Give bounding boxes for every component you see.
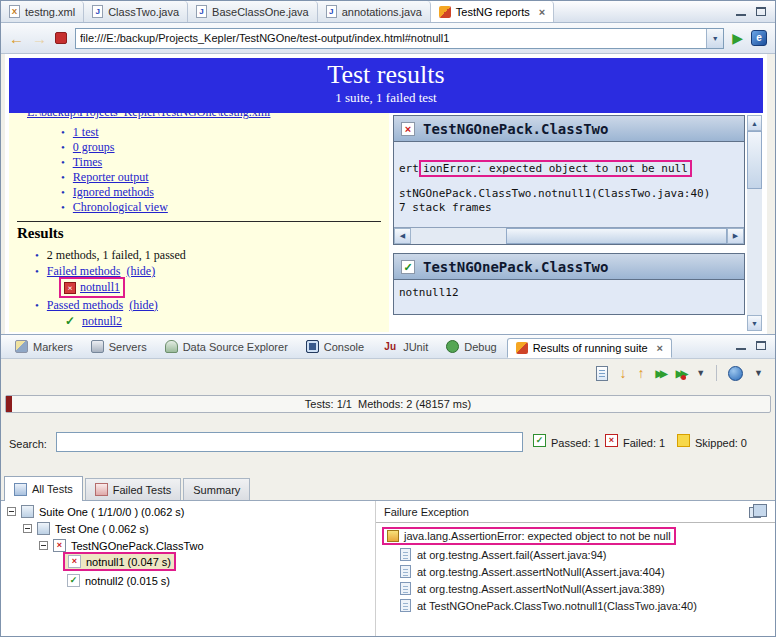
scroll-thumb[interactable] [747,131,762,189]
nav-row: 1 test [61,125,99,140]
tab-testng-reports[interactable]: TestNG reports [431,1,554,22]
bullet-icon [61,141,65,153]
tab-markers[interactable]: Markers [7,337,81,356]
previous-failure-icon[interactable] [637,366,644,380]
tree-row-failed-method[interactable]: notnull1 (0.047 s) [63,553,176,570]
tree-row-suite[interactable]: Suite One ( 1/1/0/0 ) (0.062 s) [7,503,185,520]
exception-prefix: ert [399,162,419,175]
tab-label: ClassTwo.java [108,6,179,18]
back-button[interactable] [9,31,24,46]
rerun-dropdown-icon[interactable] [696,368,705,378]
stack-frames-line[interactable]: 7 stack frames [399,201,739,214]
minimize-icon[interactable] [735,6,747,17]
tab-testng-xml[interactable]: testng.xml [1,1,84,22]
failed-class-panel: TestNGOnePack.ClassTwo ertionError: expe… [393,115,745,245]
passed-method-link[interactable]: notnull2 [82,314,122,328]
stack-text: at TestNGOnePack.ClassTwo.notnull1(Class… [417,600,697,612]
tree-label: notnull2 (0.015 s) [85,575,170,587]
stack-line[interactable]: at org.testng.Assert.fail(Assert.java:94… [400,546,607,563]
report-banner: Test results 1 suite, 1 failed test [9,58,763,113]
tab-debug[interactable]: Debug [438,337,504,356]
tab-junit[interactable]: JUnit [374,337,436,356]
passed-methods-link[interactable]: Passed methods [47,298,123,312]
vertical-scrollbar[interactable] [747,115,762,331]
stack-frame-icon [400,599,411,612]
rerun-tests-icon[interactable] [655,368,664,379]
close-tab-icon[interactable] [539,6,545,18]
tree-label: Test One ( 0.062 s) [55,523,149,535]
failed-methods-link[interactable]: Failed methods [47,264,121,278]
search-input[interactable] [56,432,523,452]
go-button[interactable] [732,31,743,45]
tab-summary[interactable]: Summary [183,478,250,500]
nav-link-ignored-methods[interactable]: Ignored methods [73,185,154,199]
scroll-track[interactable] [411,228,727,244]
scroll-left-icon[interactable] [394,228,411,244]
collapse-icon[interactable] [39,541,48,550]
stack-line[interactable]: at TestNGOnePack.ClassTwo.notnull1(Class… [400,597,697,614]
view-menu-icon[interactable] [754,368,763,378]
close-view-icon[interactable] [657,342,663,354]
tab-data-source-explorer[interactable]: Data Source Explorer [157,337,296,356]
stack-text: at org.testng.Assert.assertNotNull(Asser… [417,583,665,595]
test-progress-bar: Tests: 1/1 Methods: 2 (48157 ms) [5,395,771,413]
nav-link-groups[interactable]: 0 groups [73,140,115,154]
browser-globe-icon[interactable] [728,366,743,381]
scroll-up-icon[interactable] [747,115,762,131]
tree-row-passed-method[interactable]: notnull2 (0.015 s) [67,572,170,589]
nav-link-times[interactable]: Times [73,155,103,169]
maximize-icon[interactable] [755,340,767,351]
collapse-icon[interactable] [23,524,32,533]
nav-row: Reporter output [61,170,149,185]
nav-link-tests[interactable]: 1 test [73,125,99,139]
failure-exception-header: Failure Exception [384,506,469,518]
external-browser-icon[interactable] [751,30,767,46]
forward-button[interactable] [32,31,47,46]
hide-link[interactable]: (hide) [129,298,158,312]
tab-servers[interactable]: Servers [83,337,155,356]
tab-console[interactable]: Console [298,337,372,356]
open-report-icon[interactable] [596,366,608,381]
passed-status-icon [533,434,546,447]
nav-link-chronological-view[interactable]: Chronological view [73,200,168,214]
nav-link-reporter-output[interactable]: Reporter output [73,170,149,184]
maximize-icon[interactable] [755,6,767,17]
stop-button[interactable] [55,32,67,44]
hide-link[interactable]: (hide) [127,264,156,278]
failed-method-link[interactable]: notnull1 [80,280,120,295]
view-tab-label: Console [324,341,364,353]
tab-all-tests[interactable]: All Tests [4,476,83,501]
collapse-icon[interactable] [7,507,16,516]
scroll-down-icon[interactable] [747,315,762,331]
tab-annotations-java[interactable]: annotations.java [318,1,431,22]
editor-tab-bar: testng.xml ClassTwo.java BaseClassOne.ja… [1,1,775,23]
tab-classtwo-java[interactable]: ClassTwo.java [84,1,188,22]
minimize-icon[interactable] [735,340,747,351]
testng-reports-icon [439,6,451,18]
scroll-thumb[interactable] [506,228,727,244]
tab-failed-tests[interactable]: Failed Tests [85,478,182,500]
report-subtitle: 1 suite, 1 failed test [9,90,763,106]
url-dropdown-icon[interactable] [706,29,723,48]
stack-line[interactable]: at org.testng.Assert.assertNotNull(Asser… [400,580,665,597]
scroll-right-icon[interactable] [727,228,744,244]
tree-row-test[interactable]: Test One ( 0.062 s) [23,520,149,537]
url-input[interactable] [76,32,706,44]
failed-status-icon [605,434,618,447]
test-icon [37,522,50,535]
clipped-suite-link[interactable]: E:\backup\Projects_Kepler\TestNGOne\test… [27,113,383,120]
exception-line[interactable]: java.lang.AssertionError: expected objec… [382,527,676,544]
rerun-failed-tests-icon[interactable] [676,368,685,379]
horizontal-scrollbar[interactable] [394,227,744,244]
tab-baseclassone-java[interactable]: BaseClassOne.java [188,1,318,22]
bullet-icon [61,201,65,213]
view-window-buttons [735,340,767,351]
failed-count: Failed: 1 [623,437,665,449]
scroll-track[interactable] [747,131,762,315]
stack-text: at org.testng.Assert.assertNotNull(Asser… [417,566,665,578]
stack-filter-icon[interactable] [749,507,761,518]
tab-results-of-running-suite[interactable]: Results of running suite [507,338,672,358]
stack-line[interactable]: at org.testng.Assert.assertNotNull(Asser… [400,563,665,580]
failed-class-body: ertionError: expected object to not be n… [394,142,744,227]
next-failure-icon[interactable] [619,366,626,380]
